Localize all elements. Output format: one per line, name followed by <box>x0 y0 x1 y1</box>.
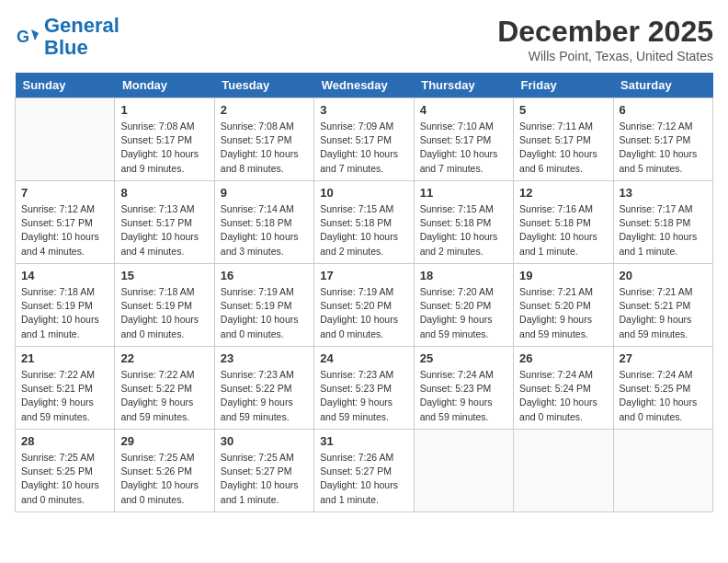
day-info: Sunrise: 7:10 AMSunset: 5:17 PMDaylight:… <box>420 120 507 176</box>
day-info: Sunrise: 7:25 AMSunset: 5:25 PMDaylight:… <box>21 451 108 507</box>
day-number: 21 <box>21 351 108 365</box>
day-number: 1 <box>120 103 208 117</box>
day-number: 20 <box>620 269 707 282</box>
day-cell: 26Sunrise: 7:24 AMSunset: 5:24 PMDayligh… <box>514 347 613 430</box>
week-row-4: 28Sunrise: 7:25 AMSunset: 5:25 PMDayligh… <box>16 430 713 512</box>
day-number: 9 <box>221 186 308 200</box>
day-number: 27 <box>620 351 707 365</box>
day-number: 5 <box>519 103 607 117</box>
day-info: Sunrise: 7:16 AMSunset: 5:18 PMDaylight:… <box>519 202 607 259</box>
day-cell: 29Sunrise: 7:25 AMSunset: 5:26 PMDayligh… <box>115 430 214 512</box>
day-number: 2 <box>221 103 308 117</box>
day-info: Sunrise: 7:19 AMSunset: 5:20 PMDaylight:… <box>320 285 407 341</box>
day-number: 18 <box>420 269 507 282</box>
day-info: Sunrise: 7:08 AMSunset: 5:17 PMDaylight:… <box>120 120 208 176</box>
day-cell: 12Sunrise: 7:16 AMSunset: 5:18 PMDayligh… <box>514 181 613 264</box>
day-number: 23 <box>221 351 308 365</box>
logo-icon: G <box>15 24 40 50</box>
day-cell: 24Sunrise: 7:23 AMSunset: 5:23 PMDayligh… <box>314 347 414 430</box>
day-cell: 14Sunrise: 7:18 AMSunset: 5:19 PMDayligh… <box>16 264 115 347</box>
day-cell: 1Sunrise: 7:08 AMSunset: 5:17 PMDaylight… <box>115 98 214 181</box>
day-info: Sunrise: 7:15 AMSunset: 5:18 PMDaylight:… <box>320 202 407 259</box>
day-number: 29 <box>120 434 208 448</box>
day-cell: 27Sunrise: 7:24 AMSunset: 5:25 PMDayligh… <box>613 347 712 430</box>
day-cell: 23Sunrise: 7:23 AMSunset: 5:22 PMDayligh… <box>214 347 313 430</box>
header-cell-tuesday: Tuesday <box>214 73 313 98</box>
day-number: 19 <box>519 269 607 282</box>
title-block: December 2025 Wills Point, Texas, United… <box>497 15 713 63</box>
day-cell: 21Sunrise: 7:22 AMSunset: 5:21 PMDayligh… <box>16 347 115 430</box>
header-cell-sunday: Sunday <box>16 73 115 98</box>
day-number: 28 <box>21 434 108 448</box>
day-info: Sunrise: 7:21 AMSunset: 5:21 PMDaylight:… <box>620 285 707 341</box>
day-number: 11 <box>420 186 507 200</box>
day-info: Sunrise: 7:26 AMSunset: 5:27 PMDaylight:… <box>320 451 407 507</box>
day-info: Sunrise: 7:24 AMSunset: 5:24 PMDaylight:… <box>519 368 607 424</box>
day-cell: 6Sunrise: 7:12 AMSunset: 5:17 PMDaylight… <box>613 98 712 181</box>
day-info: Sunrise: 7:22 AMSunset: 5:21 PMDaylight:… <box>21 368 108 424</box>
day-cell <box>16 98 115 181</box>
header-cell-friday: Friday <box>514 73 613 98</box>
day-info: Sunrise: 7:19 AMSunset: 5:19 PMDaylight:… <box>221 285 308 341</box>
week-row-2: 14Sunrise: 7:18 AMSunset: 5:19 PMDayligh… <box>16 264 713 347</box>
day-cell: 17Sunrise: 7:19 AMSunset: 5:20 PMDayligh… <box>314 264 414 347</box>
day-number: 7 <box>21 186 108 200</box>
day-cell <box>414 430 513 512</box>
header-cell-wednesday: Wednesday <box>314 73 414 98</box>
day-cell: 8Sunrise: 7:13 AMSunset: 5:17 PMDaylight… <box>115 181 214 264</box>
week-row-1: 7Sunrise: 7:12 AMSunset: 5:17 PMDaylight… <box>16 181 713 264</box>
day-info: Sunrise: 7:17 AMSunset: 5:18 PMDaylight:… <box>620 202 707 259</box>
day-cell: 28Sunrise: 7:25 AMSunset: 5:25 PMDayligh… <box>16 430 115 512</box>
day-cell: 9Sunrise: 7:14 AMSunset: 5:18 PMDaylight… <box>214 181 313 264</box>
day-number: 31 <box>320 434 407 448</box>
calendar-table: SundayMondayTuesdayWednesdayThursdayFrid… <box>15 73 713 512</box>
day-cell: 16Sunrise: 7:19 AMSunset: 5:19 PMDayligh… <box>214 264 313 347</box>
location: Wills Point, Texas, United States <box>497 49 713 63</box>
day-cell: 10Sunrise: 7:15 AMSunset: 5:18 PMDayligh… <box>314 181 414 264</box>
day-cell: 22Sunrise: 7:22 AMSunset: 5:22 PMDayligh… <box>115 347 214 430</box>
day-number: 8 <box>120 186 208 200</box>
day-info: Sunrise: 7:25 AMSunset: 5:27 PMDaylight:… <box>221 451 308 507</box>
day-cell: 3Sunrise: 7:09 AMSunset: 5:17 PMDaylight… <box>314 98 414 181</box>
day-cell: 19Sunrise: 7:21 AMSunset: 5:20 PMDayligh… <box>514 264 613 347</box>
day-number: 30 <box>221 434 308 448</box>
day-info: Sunrise: 7:21 AMSunset: 5:20 PMDaylight:… <box>519 285 607 341</box>
day-cell: 25Sunrise: 7:24 AMSunset: 5:23 PMDayligh… <box>414 347 513 430</box>
day-info: Sunrise: 7:20 AMSunset: 5:20 PMDaylight:… <box>420 285 507 341</box>
day-number: 13 <box>620 186 707 200</box>
day-info: Sunrise: 7:14 AMSunset: 5:18 PMDaylight:… <box>221 202 308 259</box>
day-cell: 11Sunrise: 7:15 AMSunset: 5:18 PMDayligh… <box>414 181 513 264</box>
day-number: 25 <box>420 351 507 365</box>
day-number: 14 <box>21 269 108 282</box>
page-header: G GeneralBlue December 2025 Wills Point,… <box>15 15 713 63</box>
week-row-0: 1Sunrise: 7:08 AMSunset: 5:17 PMDaylight… <box>16 98 713 181</box>
day-info: Sunrise: 7:24 AMSunset: 5:25 PMDaylight:… <box>620 368 707 424</box>
day-number: 4 <box>420 103 507 117</box>
day-cell: 4Sunrise: 7:10 AMSunset: 5:17 PMDaylight… <box>414 98 513 181</box>
day-cell: 5Sunrise: 7:11 AMSunset: 5:17 PMDaylight… <box>514 98 613 181</box>
day-number: 3 <box>320 103 407 117</box>
day-cell: 2Sunrise: 7:08 AMSunset: 5:17 PMDaylight… <box>214 98 313 181</box>
day-cell <box>613 430 712 512</box>
svg-text:G: G <box>17 28 29 46</box>
day-number: 6 <box>620 103 707 117</box>
day-info: Sunrise: 7:18 AMSunset: 5:19 PMDaylight:… <box>120 285 208 341</box>
day-cell: 30Sunrise: 7:25 AMSunset: 5:27 PMDayligh… <box>214 430 313 512</box>
day-info: Sunrise: 7:22 AMSunset: 5:22 PMDaylight:… <box>120 368 208 424</box>
day-info: Sunrise: 7:25 AMSunset: 5:26 PMDaylight:… <box>120 451 208 507</box>
header-row: SundayMondayTuesdayWednesdayThursdayFrid… <box>16 73 713 98</box>
svg-marker-1 <box>31 29 39 40</box>
day-info: Sunrise: 7:15 AMSunset: 5:18 PMDaylight:… <box>420 202 507 259</box>
header-cell-saturday: Saturday <box>613 73 712 98</box>
day-info: Sunrise: 7:09 AMSunset: 5:17 PMDaylight:… <box>320 120 407 176</box>
day-number: 24 <box>320 351 407 365</box>
day-cell: 15Sunrise: 7:18 AMSunset: 5:19 PMDayligh… <box>115 264 214 347</box>
day-cell: 20Sunrise: 7:21 AMSunset: 5:21 PMDayligh… <box>613 264 712 347</box>
day-number: 26 <box>519 351 607 365</box>
day-cell: 7Sunrise: 7:12 AMSunset: 5:17 PMDaylight… <box>16 181 115 264</box>
day-cell: 31Sunrise: 7:26 AMSunset: 5:27 PMDayligh… <box>314 430 414 512</box>
day-number: 22 <box>120 351 208 365</box>
header-cell-monday: Monday <box>115 73 214 98</box>
day-cell: 13Sunrise: 7:17 AMSunset: 5:18 PMDayligh… <box>613 181 712 264</box>
day-info: Sunrise: 7:13 AMSunset: 5:17 PMDaylight:… <box>120 202 208 259</box>
